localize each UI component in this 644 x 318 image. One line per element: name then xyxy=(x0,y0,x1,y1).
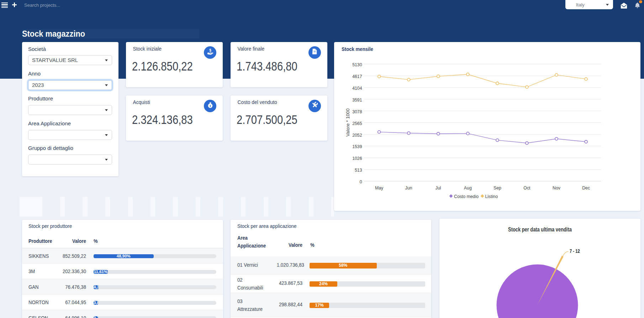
svg-text:Jul: Jul xyxy=(436,186,441,191)
svg-text:0: 0 xyxy=(360,179,362,184)
svg-text:3078: 3078 xyxy=(352,109,362,114)
svg-text:Costo medio: Costo medio xyxy=(454,194,479,199)
svg-text:Dec: Dec xyxy=(582,186,590,191)
svg-text:$: $ xyxy=(209,48,211,52)
svg-text:513: 513 xyxy=(355,168,362,173)
svg-text:3591: 3591 xyxy=(352,98,362,103)
svg-text:5130: 5130 xyxy=(352,62,362,67)
svg-text:4104: 4104 xyxy=(352,86,362,91)
svg-text:Valore * 1000: Valore * 1000 xyxy=(345,109,350,137)
svg-text:1026: 1026 xyxy=(352,156,362,161)
svg-text:1539: 1539 xyxy=(352,144,362,149)
svg-text:2565: 2565 xyxy=(352,121,362,126)
svg-text:May: May xyxy=(375,186,384,191)
svg-text:Sep: Sep xyxy=(493,186,501,191)
svg-text:Listino: Listino xyxy=(485,194,498,199)
svg-text:Jun: Jun xyxy=(405,186,412,191)
svg-text:Nov: Nov xyxy=(553,186,561,191)
svg-text:4617: 4617 xyxy=(352,74,362,79)
svg-text:2052: 2052 xyxy=(352,133,362,138)
svg-text:Oct: Oct xyxy=(523,186,530,191)
svg-text:Aug: Aug xyxy=(464,186,472,191)
